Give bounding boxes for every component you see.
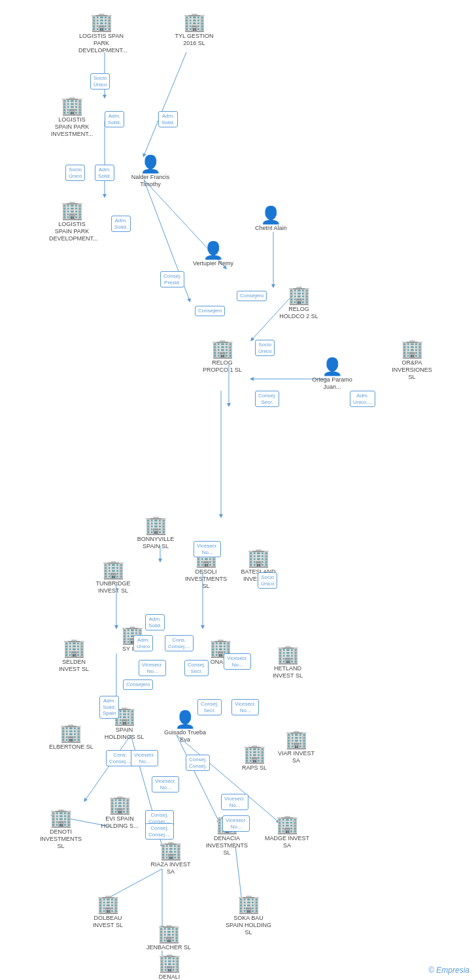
building-icon: 🏢 [63,639,86,657]
node-label: Guisado Trueba Eva [162,729,208,743]
building-icon: 🏢 [97,895,120,913]
node-label: LOGISTIS SPAIN PARK DEVELOPMENT... [49,221,95,242]
building-icon: 🏢 [158,954,181,972]
building-icon: 🏢 [144,516,167,534]
badge-cons-consej-1[interactable]: Cons.Consej.... [165,635,194,651]
building-icon: 🏢 [183,13,206,31]
node-label: DENACIA INVESTMENTS SL [204,835,250,856]
node-evi: 🏢 EVI SPAIN HOLDING S... [97,796,143,830]
node-label: JENBACHER SL [146,944,191,951]
node-vertupier: 👤 Vertupier Remy [193,242,233,267]
badge-vicesecr-no-2[interactable]: Vicesecr.No... [139,660,166,676]
building-icon: 🏢 [237,895,260,913]
node-label: SELDEN INVEST SL [51,659,97,673]
badge-consej-consej-1[interactable]: Consej.Consej. [186,755,210,771]
node-label: RIAZA INVEST SA [148,861,194,875]
node-label: TYL GESTION 2016 SL [171,33,217,47]
badge-socio-unico-1[interactable]: SocioÚnico [90,73,110,90]
person-icon: 👤 [175,711,196,728]
badge-adm-unico[interactable]: Adm.Unico,... [350,391,375,407]
building-icon: 🏢 [160,841,182,860]
badge-consejero-3[interactable]: Consejero [123,679,153,690]
badge-adm-solid-3[interactable]: Adm.Solid. [95,165,114,181]
badge-consej-secr-3[interactable]: Consej.Secr. [197,699,222,715]
node-label: RELOG PROPCO 1 SL [199,359,245,374]
node-dolbeau: 🏢 DOLBEAU INVEST SL [85,895,131,929]
node-label: MADGE INVEST SA [264,835,310,849]
node-label: DOLBEAU INVEST SL [85,915,131,929]
node-logistis-dev1: 🏢 LOGISTIS SPAN PARK DEVELOPMENT... [78,13,124,54]
node-label: Chetrit Alain [255,225,287,232]
node-label: DENOTI INVESTMENTS SL [38,828,84,849]
node-denali: 🏢 DENALI INVESTMENTS SL [146,954,192,980]
badge-vicesecr-no-7[interactable]: Vicesecr.No... [221,794,248,810]
badge-consejero-2[interactable]: Consejero [195,306,225,316]
svg-line-1 [144,52,186,155]
node-madge: 🏢 MADGE INVEST SA [264,815,310,849]
node-logistis-dev2: 🏢 LOGISTIS SPAIN PARK DEVELOPMENT... [49,201,95,242]
building-icon: 🏢 [288,286,311,304]
node-label: Nalder Francis Timothy [128,174,173,188]
node-label: RELOG HOLDCO 2 SL [276,306,322,320]
node-bonnyville: 🏢 BONNYVILLE SPAIN SL [133,516,178,550]
node-label: DENALI INVESTMENTS SL [146,973,192,980]
badge-adm-solid-5[interactable]: Adm.Solid. [145,614,165,630]
node-label: Vertupier Remy [193,260,233,267]
badge-consej-secr-1[interactable]: Consej.Secr. [255,391,279,407]
badge-vicesecr-no-1[interactable]: Vicesecr.No... [194,541,221,557]
node-label: TUNBRIDGE INVEST SL [90,580,136,595]
person-icon: 👤 [203,242,224,259]
building-icon: 🏢 [276,815,299,834]
building-icon: 🏢 [102,561,125,579]
node-orpa: 🏢 OR&PA INVERSIONES SL [389,340,435,380]
badge-vicesecr-no-5[interactable]: Vicesecr.No... [131,750,158,766]
building-icon: 🏢 [61,97,84,115]
node-denoti: 🏢 DENOTI INVESTMENTS SL [38,809,84,849]
node-viar: 🏢 VIAR INVEST SA [273,730,319,764]
building-icon: 🏢 [401,340,424,358]
node-label: SPAIN HOLDINGS SL [101,727,147,741]
badge-consej-presid[interactable]: Consej.Presid. [160,271,184,287]
badge-adm-solid-2[interactable]: Adm.Solid. [158,111,178,127]
node-relog-propco1: 🏢 RELOG PROPCO 1 SL [199,340,245,374]
badge-socio-unico-2[interactable]: SocioÚnico [65,165,85,181]
badge-adm-solid-spain[interactable]: Adm.Solid.Spain [99,696,119,719]
badge-vicesecr-no-3[interactable]: Vicesecr.No... [224,653,251,670]
node-tunbridge: 🏢 TUNBRIDGE INVEST SL [90,561,136,595]
node-soka-bau: 🏢 SOKA BAU SPAIN HOLDING SL [226,895,271,936]
node-guisado: 👤 Guisado Trueba Eva [162,711,208,743]
graph-canvas: 🏢 LOGISTIS SPAN PARK DEVELOPMENT... 🏢 TY… [0,0,476,980]
badge-adm-solid-1[interactable]: Adm.Solid. [105,111,124,127]
badge-adm-solid-4[interactable]: Adm.Solid. [111,216,131,232]
node-raps: 🏢 RAPS SL [242,745,267,772]
building-icon: 🏢 [158,924,180,943]
badge-consej-secr-2[interactable]: Consej.Secr. [184,660,209,676]
badge-consej-consej-3[interactable]: Consej.Consej.... [145,823,174,840]
node-label: LOGISTIS SPAIN PARK INVESTMENT... [49,116,95,137]
badge-vicesecr-no-6[interactable]: Vicesecr.No... [152,776,179,792]
badge-consejero-1[interactable]: Consejero [237,291,267,301]
svg-line-16 [177,735,219,822]
node-label: DESOLI INVESTMENTS SL [183,568,229,589]
person-icon: 👤 [140,155,161,172]
node-relog-holdco2: 🏢 RELOG HOLDCO 2 SL [276,286,322,320]
badge-socio-unico-4[interactable]: SocioÚnico [258,572,277,589]
badge-socio-unico-3[interactable]: SocioÚnico [255,340,275,356]
badge-adm-unico-2[interactable]: Adm.Unico [133,635,153,651]
node-riaza: 🏢 RIAZA INVEST SA [148,841,194,875]
node-label: ELBERTONE SL [49,743,94,751]
building-icon-highlight: 🏢 [211,340,234,358]
badge-vicesecr-no-4[interactable]: Vicesecr.No... [231,699,259,715]
badge-vicesecr-no-8[interactable]: Vicesecr.No... [222,815,250,832]
node-label: LOGISTIS SPAN PARK DEVELOPMENT... [78,33,124,54]
node-label: SOKA BAU SPAIN HOLDING SL [226,915,271,936]
node-label: BONNYVILLE SPAIN SL [133,536,178,550]
building-icon: 🏢 [60,724,82,742]
node-chetrit: 👤 Chetrit Alain [255,206,287,232]
node-jenbacher: 🏢 JENBACHER SL [146,924,191,951]
node-logistis-inv: 🏢 LOGISTIS SPAIN PARK INVESTMENT... [49,97,95,137]
building-icon: 🏢 [277,645,299,664]
node-selden: 🏢 SELDEN INVEST SL [51,639,97,673]
building-icon: 🏢 [90,13,113,31]
node-label: Ortega Paramo Juan... [309,376,355,391]
